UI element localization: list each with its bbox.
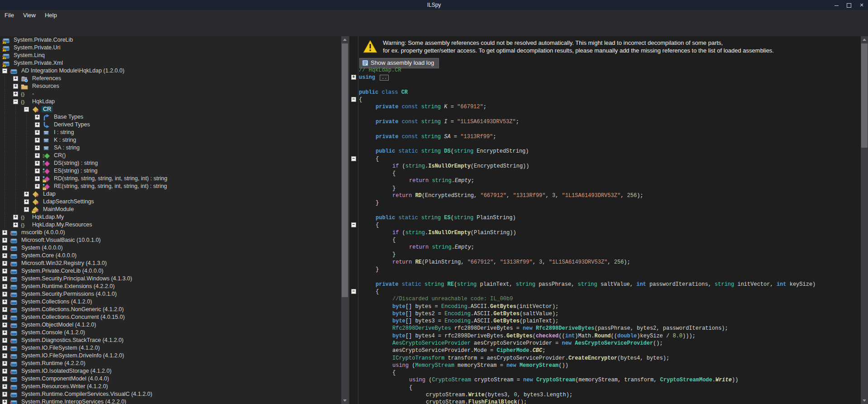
tree-item[interactable]: +System.Runtime (4.2.2.0) (0, 360, 341, 367)
expander-plus-icon[interactable]: + (2, 269, 7, 274)
tree-item[interactable]: +System.ComponentModel (4.0.4.0) (0, 375, 341, 383)
tree-item[interactable]: +MainModule (0, 206, 341, 213)
fold-minus-icon[interactable]: − (351, 97, 356, 102)
tree-item[interactable]: +System.Security.Principal.Windows (4.1.… (0, 275, 341, 283)
expander-plus-icon[interactable]: + (2, 261, 7, 266)
tree-item[interactable]: +{}- (0, 90, 341, 98)
tree-item[interactable]: +System (4.0.0.0) (0, 244, 341, 252)
expander-minus-icon[interactable]: − (24, 107, 29, 112)
expander-plus-icon[interactable]: + (35, 115, 40, 120)
tree-item[interactable]: +System.Diagnostics.StackTrace (4.1.2.0) (0, 337, 341, 344)
tree-item[interactable]: +{}HqkLdap.My (0, 213, 341, 221)
tree-item[interactable]: +Derived Types (0, 121, 341, 129)
menu-view[interactable]: View (19, 10, 40, 20)
code-scrollbar-thumb[interactable] (861, 43, 868, 148)
scroll-up-icon[interactable] (343, 38, 347, 41)
fold-minus-icon[interactable]: − (351, 156, 356, 161)
expander-plus-icon[interactable]: + (2, 245, 7, 250)
expander-plus-icon[interactable]: + (13, 84, 18, 89)
expander-plus-icon[interactable]: + (35, 153, 40, 158)
tree-item[interactable]: −AD Integration Module\HqkLdap (1.2.0.0) (0, 67, 341, 75)
expander-plus-icon[interactable]: + (35, 138, 40, 143)
tree-item[interactable]: +System.IO.IsolatedStorage (4.1.2.0) (0, 367, 341, 375)
tree-item[interactable]: +System.Collections.NonGeneric (4.1.2.0) (0, 306, 341, 313)
menu-file[interactable]: File (0, 10, 19, 20)
tree-item[interactable]: +mscorlib (4.0.0.0) (0, 229, 341, 236)
tree-item[interactable]: +Microsoft.VisualBasic (10.0.1.0) (0, 236, 341, 244)
expander-minus-icon[interactable]: − (2, 68, 7, 73)
tree-item[interactable]: +RE(string, string, string, int, string,… (0, 183, 341, 190)
expander-plus-icon[interactable]: + (2, 307, 7, 312)
fold-plus-icon[interactable]: + (351, 75, 356, 80)
expander-plus-icon[interactable]: + (13, 76, 18, 81)
expander-plus-icon[interactable]: + (2, 322, 7, 327)
tree-item[interactable]: +System.IO.FileSystem (4.1.2.0) (0, 344, 341, 352)
expander-plus-icon[interactable]: + (2, 369, 7, 374)
tree-item[interactable]: +System.Collections.Concurrent (4.0.15.0… (0, 313, 341, 321)
expander-plus-icon[interactable]: + (24, 192, 29, 197)
tree-item[interactable]: +System.Console (4.1.2.0) (0, 329, 341, 337)
expander-plus-icon[interactable]: + (35, 168, 40, 173)
tree-item[interactable]: +System.ObjectModel (4.1.2.0) (0, 321, 341, 329)
tree-item[interactable]: +System.Core (4.0.0.0) (0, 252, 341, 260)
tree-item[interactable]: System.Private.Xml (0, 59, 341, 67)
expander-plus-icon[interactable]: + (2, 346, 7, 351)
expander-plus-icon[interactable]: + (2, 392, 7, 397)
tree-item[interactable]: System.Private.Uri (0, 44, 341, 52)
expander-plus-icon[interactable]: + (35, 184, 40, 189)
tree-item[interactable]: +RD(string, string, string, int, string,… (0, 175, 341, 183)
expander-plus-icon[interactable]: + (24, 199, 29, 204)
expander-plus-icon[interactable]: + (2, 292, 7, 297)
tree-item[interactable]: System.Linq (0, 52, 341, 59)
code-scrollbar[interactable] (861, 36, 868, 404)
expander-plus-icon[interactable]: + (24, 207, 29, 212)
expander-plus-icon[interactable]: + (35, 161, 40, 166)
expander-plus-icon[interactable]: + (2, 299, 7, 304)
tree-item[interactable]: +System.Runtime.InteropServices (4.2.2.0… (0, 398, 341, 404)
tree-item[interactable]: System.Private.CoreLib (0, 36, 341, 44)
expander-plus-icon[interactable]: + (2, 230, 7, 235)
expander-plus-icon[interactable]: + (2, 376, 7, 381)
maximize-button[interactable] (843, 0, 855, 10)
tree-item[interactable]: +{}HqkLdap.My.Resources (0, 221, 341, 229)
tree-item[interactable]: +Resources (0, 82, 341, 90)
expander-plus-icon[interactable]: + (35, 176, 40, 181)
expander-plus-icon[interactable]: + (2, 238, 7, 243)
expander-plus-icon[interactable]: + (2, 353, 7, 358)
tree-item[interactable]: +System.Runtime.CompilerServices.VisualC… (0, 390, 341, 398)
tree-item[interactable]: −{}HqkLdap (0, 98, 341, 106)
tree-item[interactable]: +DS(string) : string (0, 159, 341, 167)
expander-plus-icon[interactable]: + (35, 122, 40, 127)
tree-item[interactable]: +System.IO.FileSystem.DriveInfo (4.1.2.0… (0, 352, 341, 360)
expander-plus-icon[interactable]: + (2, 330, 7, 335)
expander-plus-icon[interactable]: + (2, 361, 7, 366)
tree-scrollbar[interactable] (341, 36, 348, 404)
fold-minus-icon[interactable]: − (351, 222, 356, 227)
tree-item[interactable]: +ES(string) : string (0, 167, 341, 175)
tree-item[interactable]: +System.Security.Permissions (4.0.1.0) (0, 290, 341, 298)
expander-plus-icon[interactable]: + (2, 338, 7, 343)
expander-plus-icon[interactable]: + (2, 384, 7, 389)
tree-scrollbar-thumb[interactable] (342, 43, 348, 297)
expander-plus-icon[interactable]: + (13, 91, 18, 96)
expander-plus-icon[interactable]: + (35, 130, 40, 135)
tree-item[interactable]: +System.Collections (4.1.2.0) (0, 298, 341, 306)
tree-item[interactable]: +Microsoft.Win32.Registry (4.1.3.0) (0, 260, 341, 267)
tree-item[interactable]: −CR (0, 106, 341, 113)
expander-plus-icon[interactable]: + (2, 315, 7, 320)
expander-plus-icon[interactable]: + (35, 145, 40, 150)
tree-item[interactable]: +LdapSearchSettings (0, 198, 341, 206)
scroll-down-icon[interactable] (863, 399, 866, 402)
close-button[interactable]: ✕ (855, 0, 868, 10)
tree-item[interactable]: +System.Runtime.Extensions (4.2.2.0) (0, 283, 341, 290)
expander-plus-icon[interactable]: + (13, 215, 18, 220)
expander-plus-icon[interactable]: + (2, 276, 7, 281)
fold-minus-icon[interactable]: − (351, 289, 356, 294)
expander-plus-icon[interactable]: + (13, 222, 18, 227)
scroll-up-icon[interactable] (863, 38, 866, 41)
tree-item[interactable]: +Base Types (0, 113, 341, 121)
tree-item[interactable]: +CR() (0, 152, 341, 159)
scroll-down-icon[interactable] (343, 399, 347, 402)
tree-item[interactable]: +Ldap (0, 190, 341, 198)
minimize-button[interactable] (830, 0, 843, 10)
